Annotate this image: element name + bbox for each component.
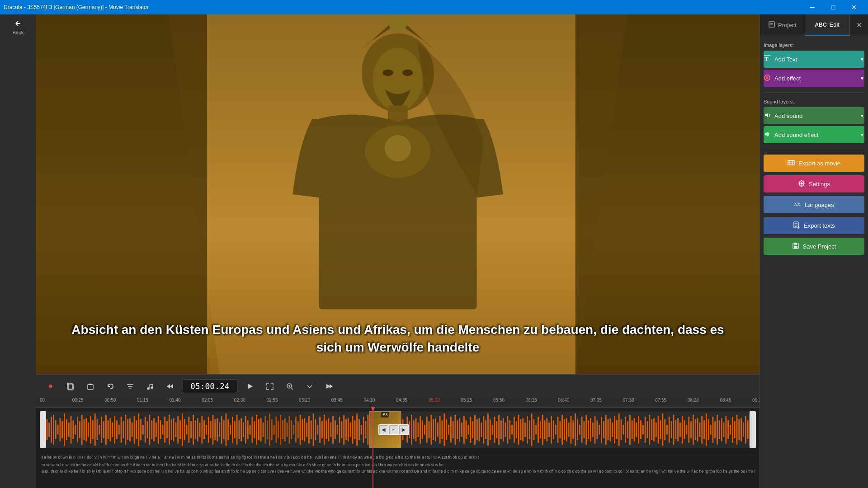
- svg-rect-88: [160, 420, 161, 439]
- fit-button[interactable]: [263, 379, 277, 394]
- svg-rect-131: [254, 421, 255, 438]
- svg-rect-296: [614, 416, 615, 444]
- svg-rect-252: [518, 415, 519, 445]
- languages-button[interactable]: A文 Languages: [764, 196, 864, 213]
- panel-body: Image layers: T Add Text ▼ Add effect ▼: [760, 36, 868, 488]
- svg-rect-38: [51, 417, 52, 443]
- ruler-mark-0820: 08:20: [688, 398, 699, 403]
- svg-rect-81: [145, 417, 146, 443]
- svg-rect-317: [660, 420, 661, 439]
- ruler-mark-0705: 07:05: [590, 398, 602, 403]
- ruler-mark-0205: 02:05: [202, 398, 213, 403]
- svg-rect-207: [420, 416, 421, 444]
- tab-project[interactable]: Project: [760, 14, 805, 36]
- svg-rect-165: [328, 418, 329, 441]
- trim-right-btn[interactable]: |▶: [399, 425, 408, 434]
- minimize-button[interactable]: ─: [802, 0, 823, 14]
- music-button[interactable]: [143, 379, 157, 394]
- svg-rect-239: [490, 419, 491, 440]
- timeline-area[interactable]: 00 00:25 00:50 01:15 01:40 02:05 02:30 0…: [36, 398, 760, 488]
- panel-close-button[interactable]: ✕: [850, 14, 868, 36]
- svg-rect-267: [551, 416, 552, 444]
- ruler-mark-0615: 06:15: [526, 398, 537, 403]
- svg-rect-214: [435, 418, 436, 441]
- copy-button[interactable]: [63, 379, 78, 394]
- svg-rect-149: [293, 425, 294, 435]
- paste-button[interactable]: [83, 379, 98, 394]
- svg-rect-350: [732, 417, 733, 443]
- add-effect-button[interactable]: Add effect ▼: [764, 70, 864, 87]
- add-text-button[interactable]: T Add Text ▼: [764, 51, 864, 68]
- waveform-track[interactable]: // This will be rendered as static bars …: [40, 411, 756, 448]
- svg-rect-223: [455, 415, 456, 445]
- maximize-button[interactable]: □: [823, 0, 844, 14]
- svg-rect-329: [686, 425, 687, 435]
- svg-rect-136: [264, 416, 266, 444]
- back-button[interactable]: Back: [13, 19, 24, 35]
- close-button[interactable]: ✕: [844, 0, 864, 14]
- svg-rect-240: [492, 425, 493, 435]
- transport-controls-overlay: ◀| ✂ |▶: [378, 424, 409, 435]
- svg-rect-210: [426, 417, 428, 443]
- save-project-button[interactable]: Save Project: [764, 238, 864, 255]
- svg-rect-302: [627, 421, 628, 438]
- playhead[interactable]: [373, 408, 373, 488]
- svg-rect-116: [221, 416, 222, 444]
- svg-rect-285: [590, 418, 591, 441]
- svg-rect-203: [411, 415, 412, 445]
- expand-button[interactable]: [302, 379, 317, 394]
- svg-rect-51: [79, 421, 80, 438]
- window-controls: ─ □ ✕: [802, 0, 864, 14]
- svg-rect-84: [151, 420, 152, 439]
- zoom-button[interactable]: [283, 379, 297, 394]
- settings-button[interactable]: Settings: [764, 175, 864, 192]
- skip-back-button[interactable]: [163, 379, 177, 394]
- svg-rect-68: [116, 420, 118, 439]
- add-sound-button[interactable]: Add sound ▼: [764, 107, 864, 124]
- svg-rect-44: [64, 413, 65, 446]
- trim-handle-left[interactable]: [40, 411, 46, 448]
- svg-rect-270: [557, 417, 559, 443]
- record-button[interactable]: ●: [43, 379, 58, 394]
- svg-rect-337: [703, 420, 705, 439]
- svg-rect-242: [496, 421, 497, 438]
- svg-line-27: [291, 388, 293, 389]
- play-button[interactable]: [243, 379, 257, 394]
- svg-rect-333: [695, 419, 696, 440]
- ruler-mark-0755: 07:55: [655, 398, 666, 403]
- svg-rect-82: [147, 421, 148, 438]
- svg-rect-306: [636, 422, 637, 437]
- add-sound-effect-button[interactable]: Add sound effect ▼: [764, 126, 864, 143]
- svg-rect-304: [632, 420, 633, 439]
- add-sound-effect-icon: [764, 131, 771, 139]
- split-btn[interactable]: ✂: [389, 425, 398, 434]
- trim-left-btn[interactable]: ◀|: [379, 425, 388, 434]
- svg-rect-255: [524, 422, 526, 437]
- export-movie-button[interactable]: Export as movie: [764, 155, 864, 172]
- undo-button[interactable]: [103, 379, 118, 394]
- svg-rect-249: [511, 425, 513, 435]
- svg-rect-241: [494, 417, 495, 443]
- svg-rect-351: [734, 421, 736, 438]
- svg-rect-319: [664, 419, 665, 440]
- sort-button[interactable]: [123, 379, 137, 394]
- svg-rect-119: [227, 419, 229, 440]
- svg-rect-290: [601, 417, 602, 443]
- save-project-icon: [792, 242, 799, 251]
- next-button[interactable]: [322, 379, 337, 394]
- svg-rect-173: [345, 419, 347, 440]
- export-texts-button[interactable]: Export texts: [764, 217, 864, 234]
- tab-edit[interactable]: ABC Edit: [805, 14, 850, 36]
- svg-rect-61: [101, 417, 102, 443]
- svg-rect-357: [747, 420, 749, 439]
- svg-rect-67: [114, 416, 115, 444]
- svg-rect-232: [474, 415, 476, 445]
- ruler-mark-00: 00: [40, 398, 45, 403]
- ruler-mark-0410: 04:10: [363, 398, 375, 403]
- add-effect-label: Add effect: [774, 75, 801, 82]
- trim-handle-right[interactable]: [750, 411, 756, 448]
- svg-rect-181: [363, 417, 364, 443]
- svg-rect-124: [238, 420, 240, 439]
- svg-rect-70: [121, 417, 122, 443]
- svg-rect-244: [500, 420, 502, 439]
